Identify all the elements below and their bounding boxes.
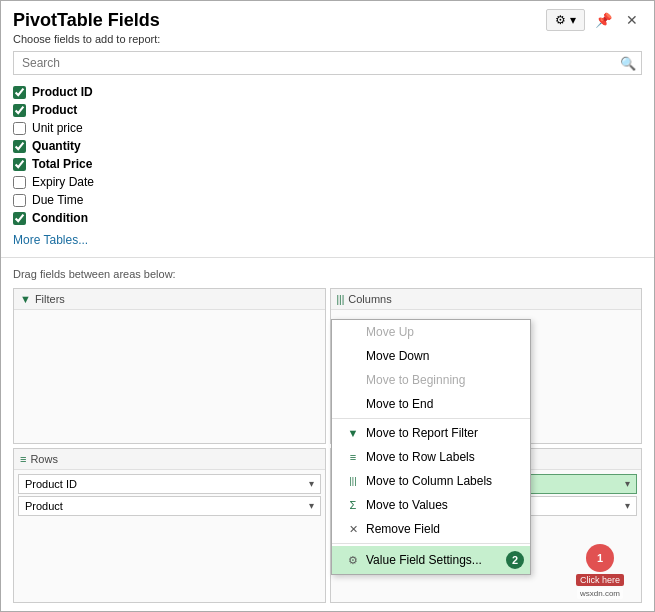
ctx-move-end-label: Move to End (366, 397, 433, 411)
checkbox-expiry-date[interactable] (13, 176, 26, 189)
ctx-divider-2 (332, 543, 530, 544)
pivottable-fields-panel: PivotTable Fields ⚙ ▾ 📌 ✕ Choose fields … (0, 0, 655, 612)
field-label-condition[interactable]: Condition (32, 211, 88, 225)
field-label-product[interactable]: Product (32, 103, 77, 117)
search-icon: 🔍 (620, 56, 636, 71)
title-bar: PivotTable Fields ⚙ ▾ 📌 ✕ (1, 1, 654, 31)
field-label-product-id[interactable]: Product ID (32, 85, 93, 99)
ctx-move-values-label: Move to Values (366, 498, 448, 512)
rows-item-product[interactable]: Product ▾ (18, 496, 321, 516)
rows-item-product-id[interactable]: Product ID ▾ (18, 474, 321, 494)
value-field-settings-badge: 2 (506, 551, 524, 569)
field-item-condition: Condition (13, 209, 642, 227)
ctx-move-up[interactable]: Move Up (332, 320, 530, 344)
value-field-settings-icon: ⚙ (346, 554, 360, 567)
rows-item-product-id-label: Product ID (25, 478, 77, 490)
ctx-move-beginning-label: Move to Beginning (366, 373, 465, 387)
filters-label: Filters (35, 293, 65, 305)
field-item-due-time: Due Time (13, 191, 642, 209)
panel-title: PivotTable Fields (13, 10, 160, 31)
rows-area: ≡ Rows Product ID ▾ Product ▾ (13, 448, 326, 604)
rows-item-product-label: Product (25, 500, 63, 512)
watermark: wsxdn.com (577, 588, 623, 599)
rows-header: ≡ Rows (14, 449, 325, 470)
filters-area: ▼ Filters (13, 288, 326, 444)
click-here-label: Click here (576, 574, 624, 586)
search-bar: 🔍 (13, 51, 642, 75)
field-item-expiry-date: Expiry Date (13, 173, 642, 191)
values-item-sum-quantity-arrow[interactable]: ▾ (625, 478, 630, 489)
ctx-move-down-label: Move Down (366, 349, 429, 363)
ctx-move-report-filter[interactable]: ▼ Move to Report Filter (332, 421, 530, 445)
ctx-move-report-filter-label: Move to Report Filter (366, 426, 478, 440)
click-circle-badge: 1 (586, 544, 614, 572)
field-item-unit-price: Unit price (13, 119, 642, 137)
columns-items (331, 310, 642, 314)
field-item-quantity: Quantity (13, 137, 642, 155)
columns-icon: ||| (337, 294, 345, 305)
ctx-move-column-labels-label: Move to Column Labels (366, 474, 492, 488)
checkbox-total-price[interactable] (13, 158, 26, 171)
ctx-move-end[interactable]: Move to End (332, 392, 530, 416)
columns-header: ||| Columns (331, 289, 642, 310)
checkbox-product-id[interactable] (13, 86, 26, 99)
filters-items (14, 310, 325, 314)
rows-icon: ≡ (20, 453, 26, 465)
rows-items: Product ID ▾ Product ▾ (14, 470, 325, 520)
move-column-labels-icon: ||| (346, 476, 360, 486)
ctx-move-values[interactable]: Σ Move to Values (332, 493, 530, 517)
field-label-quantity[interactable]: Quantity (32, 139, 81, 153)
checkbox-due-time[interactable] (13, 194, 26, 207)
drag-label: Drag fields between areas below: (1, 264, 654, 284)
remove-field-icon: ✕ (346, 523, 360, 536)
ctx-remove-field[interactable]: ✕ Remove Field (332, 517, 530, 541)
pin-button[interactable]: 📌 (591, 10, 616, 30)
filters-header: ▼ Filters (14, 289, 325, 310)
columns-label: Columns (348, 293, 391, 305)
field-item-product-id: Product ID (13, 83, 642, 101)
ctx-move-row-labels-label: Move to Row Labels (366, 450, 475, 464)
field-label-due-time[interactable]: Due Time (32, 193, 83, 207)
areas-grid: ▼ Filters ||| Columns ≡ Rows Product ID … (1, 284, 654, 611)
checkbox-product[interactable] (13, 104, 26, 117)
move-values-icon: Σ (346, 499, 360, 511)
ctx-remove-field-label: Remove Field (366, 522, 440, 536)
close-button[interactable]: ✕ (622, 10, 642, 30)
ctx-move-up-label: Move Up (366, 325, 414, 339)
settings-icon: ⚙ (555, 13, 566, 27)
ctx-move-row-labels[interactable]: ≡ Move to Row Labels (332, 445, 530, 469)
field-label-total-price[interactable]: Total Price (32, 157, 92, 171)
rows-label: Rows (30, 453, 58, 465)
field-item-total-price: Total Price (13, 155, 642, 173)
ctx-move-down[interactable]: Move Down (332, 344, 530, 368)
move-report-filter-icon: ▼ (346, 427, 360, 439)
checkbox-unit-price[interactable] (13, 122, 26, 135)
field-label-expiry-date[interactable]: Expiry Date (32, 175, 94, 189)
move-row-labels-icon: ≡ (346, 451, 360, 463)
divider-1 (1, 257, 654, 258)
ctx-divider-1 (332, 418, 530, 419)
ctx-value-field-settings-label: Value Field Settings... (366, 553, 482, 567)
filter-icon: ▼ (20, 293, 31, 305)
ctx-value-field-settings[interactable]: ⚙ Value Field Settings... 2 (332, 546, 530, 574)
title-bar-icons: ⚙ ▾ 📌 ✕ (546, 9, 642, 31)
ctx-move-column-labels[interactable]: ||| Move to Column Labels (332, 469, 530, 493)
more-tables-link[interactable]: More Tables... (1, 229, 654, 251)
subtitle: Choose fields to add to report: (1, 31, 654, 51)
checkbox-condition[interactable] (13, 212, 26, 225)
context-menu: Move Up Move Down Move to Beginning Move… (331, 319, 531, 575)
click-here-annotation: 1 Click here wsxdn.com (576, 544, 624, 599)
rows-item-product-id-arrow[interactable]: ▾ (309, 478, 314, 489)
rows-item-product-arrow[interactable]: ▾ (309, 500, 314, 511)
ctx-move-beginning[interactable]: Move to Beginning (332, 368, 530, 392)
field-item-product: Product (13, 101, 642, 119)
fields-list: Product ID Product Unit price Quantity T… (1, 81, 654, 229)
field-label-unit-price[interactable]: Unit price (32, 121, 83, 135)
checkbox-quantity[interactable] (13, 140, 26, 153)
settings-button[interactable]: ⚙ ▾ (546, 9, 585, 31)
settings-dropdown-arrow: ▾ (570, 13, 576, 27)
search-input[interactable] (13, 51, 642, 75)
values-item-sum-total-price-arrow[interactable]: ▾ (625, 500, 630, 511)
